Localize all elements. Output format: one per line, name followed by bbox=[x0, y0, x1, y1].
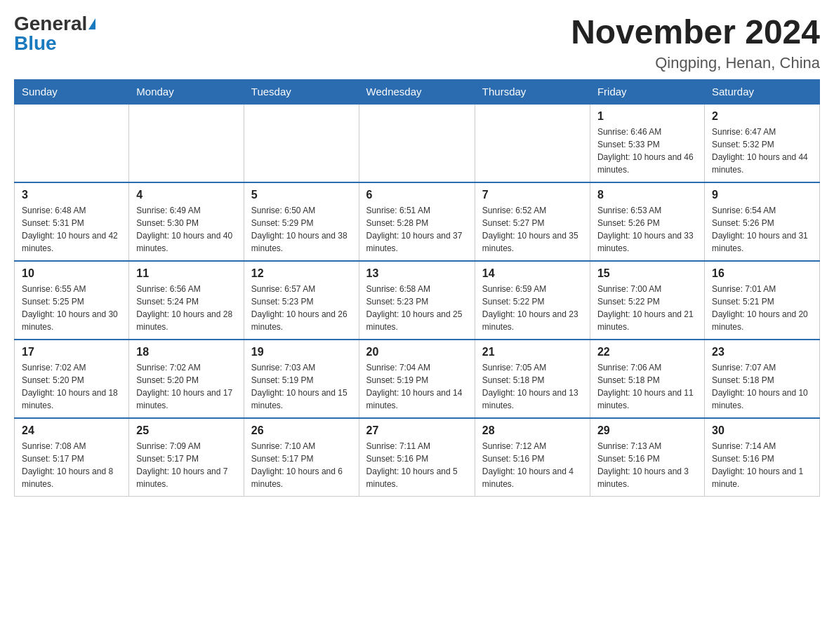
location-title: Qingping, Henan, China bbox=[571, 54, 820, 72]
day-number: 20 bbox=[366, 346, 468, 358]
day-number: 24 bbox=[22, 424, 121, 437]
day-info: Sunrise: 7:06 AM Sunset: 5:18 PM Dayligh… bbox=[597, 361, 697, 412]
logo-triangle-icon bbox=[88, 18, 95, 29]
calendar-day-cell: 19Sunrise: 7:03 AM Sunset: 5:19 PM Dayli… bbox=[244, 340, 359, 418]
day-number: 11 bbox=[136, 267, 237, 280]
day-number: 27 bbox=[366, 424, 468, 437]
calendar-day-cell: 7Sunrise: 6:52 AM Sunset: 5:27 PM Daylig… bbox=[475, 182, 590, 261]
day-info: Sunrise: 6:48 AM Sunset: 5:31 PM Dayligh… bbox=[22, 204, 121, 255]
day-number: 3 bbox=[22, 189, 121, 201]
day-number: 30 bbox=[712, 424, 812, 437]
calendar-day-cell bbox=[244, 104, 359, 182]
day-of-week-header: Monday bbox=[129, 79, 244, 104]
month-title: November 2024 bbox=[571, 14, 820, 51]
day-number: 2 bbox=[712, 110, 812, 123]
day-info: Sunrise: 7:02 AM Sunset: 5:20 PM Dayligh… bbox=[22, 361, 121, 412]
day-number: 22 bbox=[597, 346, 697, 358]
day-number: 14 bbox=[482, 267, 583, 280]
day-number: 15 bbox=[597, 267, 697, 280]
calendar-day-cell bbox=[359, 104, 475, 182]
day-info: Sunrise: 6:56 AM Sunset: 5:24 PM Dayligh… bbox=[136, 283, 237, 333]
day-of-week-header: Wednesday bbox=[359, 79, 475, 104]
day-info: Sunrise: 7:04 AM Sunset: 5:19 PM Dayligh… bbox=[366, 361, 468, 412]
day-info: Sunrise: 7:08 AM Sunset: 5:17 PM Dayligh… bbox=[22, 440, 121, 490]
day-number: 4 bbox=[136, 189, 237, 201]
calendar-day-cell: 24Sunrise: 7:08 AM Sunset: 5:17 PM Dayli… bbox=[15, 418, 129, 497]
day-number: 21 bbox=[482, 346, 583, 358]
day-of-week-header: Friday bbox=[590, 79, 704, 104]
calendar-day-cell: 3Sunrise: 6:48 AM Sunset: 5:31 PM Daylig… bbox=[15, 182, 129, 261]
day-info: Sunrise: 7:11 AM Sunset: 5:16 PM Dayligh… bbox=[366, 440, 468, 490]
day-number: 8 bbox=[597, 189, 697, 201]
calendar-week-row: 10Sunrise: 6:55 AM Sunset: 5:25 PM Dayli… bbox=[15, 261, 820, 340]
day-number: 6 bbox=[366, 189, 468, 201]
calendar-day-cell: 29Sunrise: 7:13 AM Sunset: 5:16 PM Dayli… bbox=[590, 418, 704, 497]
day-number: 18 bbox=[136, 346, 237, 358]
day-of-week-header: Thursday bbox=[475, 79, 590, 104]
day-number: 10 bbox=[22, 267, 121, 280]
day-info: Sunrise: 7:10 AM Sunset: 5:17 PM Dayligh… bbox=[251, 440, 352, 490]
calendar-day-cell: 1Sunrise: 6:46 AM Sunset: 5:33 PM Daylig… bbox=[590, 104, 704, 182]
day-info: Sunrise: 7:05 AM Sunset: 5:18 PM Dayligh… bbox=[482, 361, 583, 412]
day-info: Sunrise: 7:09 AM Sunset: 5:17 PM Dayligh… bbox=[136, 440, 237, 490]
day-info: Sunrise: 7:14 AM Sunset: 5:16 PM Dayligh… bbox=[712, 440, 812, 490]
day-info: Sunrise: 6:54 AM Sunset: 5:26 PM Dayligh… bbox=[712, 204, 812, 255]
page-header: General Blue November 2024 Qingping, Hen… bbox=[14, 14, 820, 72]
day-number: 12 bbox=[251, 267, 352, 280]
calendar-day-cell: 8Sunrise: 6:53 AM Sunset: 5:26 PM Daylig… bbox=[590, 182, 704, 261]
calendar-day-cell: 12Sunrise: 6:57 AM Sunset: 5:23 PM Dayli… bbox=[244, 261, 359, 340]
day-info: Sunrise: 6:49 AM Sunset: 5:30 PM Dayligh… bbox=[136, 204, 237, 255]
calendar-day-cell: 27Sunrise: 7:11 AM Sunset: 5:16 PM Dayli… bbox=[359, 418, 475, 497]
day-info: Sunrise: 6:52 AM Sunset: 5:27 PM Dayligh… bbox=[482, 204, 583, 255]
calendar-week-row: 1Sunrise: 6:46 AM Sunset: 5:33 PM Daylig… bbox=[15, 104, 820, 182]
day-number: 25 bbox=[136, 424, 237, 437]
day-number: 5 bbox=[251, 189, 352, 201]
day-info: Sunrise: 6:58 AM Sunset: 5:23 PM Dayligh… bbox=[366, 283, 468, 333]
calendar-day-cell: 14Sunrise: 6:59 AM Sunset: 5:22 PM Dayli… bbox=[475, 261, 590, 340]
calendar-header-row: SundayMondayTuesdayWednesdayThursdayFrid… bbox=[15, 79, 820, 104]
calendar-day-cell: 10Sunrise: 6:55 AM Sunset: 5:25 PM Dayli… bbox=[15, 261, 129, 340]
calendar-day-cell: 16Sunrise: 7:01 AM Sunset: 5:21 PM Dayli… bbox=[704, 261, 819, 340]
calendar-day-cell: 23Sunrise: 7:07 AM Sunset: 5:18 PM Dayli… bbox=[704, 340, 819, 418]
calendar-day-cell: 21Sunrise: 7:05 AM Sunset: 5:18 PM Dayli… bbox=[475, 340, 590, 418]
day-number: 1 bbox=[597, 110, 697, 123]
day-info: Sunrise: 6:53 AM Sunset: 5:26 PM Dayligh… bbox=[597, 204, 697, 255]
calendar-day-cell: 5Sunrise: 6:50 AM Sunset: 5:29 PM Daylig… bbox=[244, 182, 359, 261]
day-info: Sunrise: 6:55 AM Sunset: 5:25 PM Dayligh… bbox=[22, 283, 121, 333]
day-number: 16 bbox=[712, 267, 812, 280]
calendar-day-cell: 4Sunrise: 6:49 AM Sunset: 5:30 PM Daylig… bbox=[129, 182, 244, 261]
day-of-week-header: Sunday bbox=[15, 79, 129, 104]
day-number: 26 bbox=[251, 424, 352, 437]
day-number: 28 bbox=[482, 424, 583, 437]
day-info: Sunrise: 7:13 AM Sunset: 5:16 PM Dayligh… bbox=[597, 440, 697, 490]
day-info: Sunrise: 6:51 AM Sunset: 5:28 PM Dayligh… bbox=[366, 204, 468, 255]
day-of-week-header: Tuesday bbox=[244, 79, 359, 104]
day-info: Sunrise: 6:59 AM Sunset: 5:22 PM Dayligh… bbox=[482, 283, 583, 333]
calendar-week-row: 3Sunrise: 6:48 AM Sunset: 5:31 PM Daylig… bbox=[15, 182, 820, 261]
calendar-day-cell bbox=[15, 104, 129, 182]
logo-general: General bbox=[14, 14, 87, 34]
calendar-day-cell: 30Sunrise: 7:14 AM Sunset: 5:16 PM Dayli… bbox=[704, 418, 819, 497]
day-number: 23 bbox=[712, 346, 812, 358]
calendar-day-cell: 11Sunrise: 6:56 AM Sunset: 5:24 PM Dayli… bbox=[129, 261, 244, 340]
day-number: 7 bbox=[482, 189, 583, 201]
day-of-week-header: Saturday bbox=[704, 79, 819, 104]
day-info: Sunrise: 7:01 AM Sunset: 5:21 PM Dayligh… bbox=[712, 283, 812, 333]
calendar-day-cell: 18Sunrise: 7:02 AM Sunset: 5:20 PM Dayli… bbox=[129, 340, 244, 418]
calendar-day-cell: 13Sunrise: 6:58 AM Sunset: 5:23 PM Dayli… bbox=[359, 261, 475, 340]
calendar-day-cell bbox=[129, 104, 244, 182]
logo: General Blue bbox=[14, 14, 95, 53]
calendar-table: SundayMondayTuesdayWednesdayThursdayFrid… bbox=[14, 79, 820, 497]
logo-blue: Blue bbox=[14, 34, 57, 53]
calendar-week-row: 17Sunrise: 7:02 AM Sunset: 5:20 PM Dayli… bbox=[15, 340, 820, 418]
calendar-day-cell: 28Sunrise: 7:12 AM Sunset: 5:16 PM Dayli… bbox=[475, 418, 590, 497]
day-number: 29 bbox=[597, 424, 697, 437]
day-number: 17 bbox=[22, 346, 121, 358]
calendar-day-cell: 6Sunrise: 6:51 AM Sunset: 5:28 PM Daylig… bbox=[359, 182, 475, 261]
calendar-day-cell: 9Sunrise: 6:54 AM Sunset: 5:26 PM Daylig… bbox=[704, 182, 819, 261]
day-info: Sunrise: 6:57 AM Sunset: 5:23 PM Dayligh… bbox=[251, 283, 352, 333]
calendar-day-cell: 22Sunrise: 7:06 AM Sunset: 5:18 PM Dayli… bbox=[590, 340, 704, 418]
day-info: Sunrise: 6:46 AM Sunset: 5:33 PM Dayligh… bbox=[597, 126, 697, 176]
calendar-day-cell: 17Sunrise: 7:02 AM Sunset: 5:20 PM Dayli… bbox=[15, 340, 129, 418]
day-info: Sunrise: 6:47 AM Sunset: 5:32 PM Dayligh… bbox=[712, 126, 812, 176]
